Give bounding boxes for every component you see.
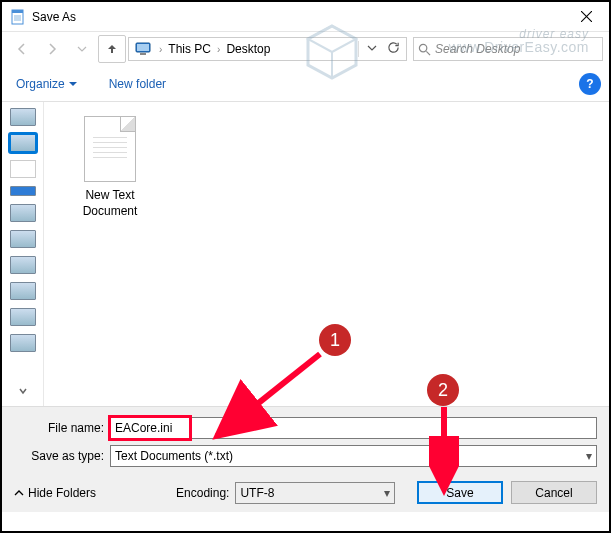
file-label: New Text Document xyxy=(70,188,150,219)
new-folder-button[interactable]: New folder xyxy=(103,73,172,95)
cancel-button[interactable]: Cancel xyxy=(511,481,597,504)
breadcrumb-this-pc[interactable]: This PC xyxy=(166,42,213,56)
annotation-step-1: 1 xyxy=(319,324,351,356)
up-button[interactable] xyxy=(98,35,126,63)
svg-point-10 xyxy=(419,44,426,51)
toolbar: Organize New folder ? xyxy=(2,66,609,102)
tree-item[interactable] xyxy=(10,160,36,178)
annotation-arrow-1 xyxy=(202,342,342,452)
svg-line-12 xyxy=(217,354,320,436)
window-title: Save As xyxy=(32,10,76,24)
savetype-label: Save as type: xyxy=(14,449,110,463)
tree-item[interactable] xyxy=(10,108,36,126)
tree-item[interactable] xyxy=(10,282,36,300)
tree-item-selected[interactable] xyxy=(10,134,36,152)
encoding-label: Encoding: xyxy=(176,486,229,500)
svg-rect-9 xyxy=(140,53,146,55)
annotation-step-2: 2 xyxy=(427,374,459,406)
title-bar: Save As xyxy=(2,2,609,32)
file-item[interactable]: New Text Document xyxy=(70,116,150,219)
svg-rect-8 xyxy=(137,44,149,51)
search-icon xyxy=(418,43,431,56)
tree-item[interactable] xyxy=(10,334,36,352)
tree-item[interactable] xyxy=(10,308,36,326)
organize-menu[interactable]: Organize xyxy=(10,73,83,95)
tree-item[interactable] xyxy=(10,256,36,274)
chevron-right-icon: › xyxy=(217,44,220,55)
close-button[interactable] xyxy=(564,2,609,32)
svg-rect-1 xyxy=(12,10,23,13)
tree-item[interactable] xyxy=(10,186,36,196)
nav-bar: › This PC › Desktop Search Desktop xyxy=(2,32,609,66)
tree-item[interactable] xyxy=(10,204,36,222)
filename-input[interactable] xyxy=(110,417,597,439)
chevron-up-icon xyxy=(14,488,24,498)
tree-item[interactable] xyxy=(10,230,36,248)
svg-line-11 xyxy=(426,51,430,55)
help-button[interactable]: ? xyxy=(579,73,601,95)
text-file-icon xyxy=(84,116,136,182)
back-button[interactable] xyxy=(8,35,36,63)
search-input[interactable]: Search Desktop xyxy=(413,37,603,61)
encoding-select[interactable]: UTF-8 ▾ xyxy=(235,482,395,504)
hide-folders-toggle[interactable]: Hide Folders xyxy=(14,486,96,500)
chevron-down-icon xyxy=(69,80,77,88)
search-placeholder: Search Desktop xyxy=(435,42,520,56)
chevron-down-icon: ▾ xyxy=(586,449,592,463)
notepad-icon xyxy=(10,9,26,25)
annotation-arrow-2 xyxy=(429,402,459,502)
chevron-right-icon: › xyxy=(159,44,162,55)
address-bar[interactable]: › This PC › Desktop xyxy=(128,37,407,61)
refresh-icon[interactable] xyxy=(383,41,404,57)
filename-label: File name: xyxy=(14,421,110,435)
this-pc-icon xyxy=(135,41,151,57)
forward-button[interactable] xyxy=(38,35,66,63)
address-dropdown-icon[interactable] xyxy=(363,42,381,56)
breadcrumb-desktop[interactable]: Desktop xyxy=(224,42,272,56)
chevron-down-icon: ▾ xyxy=(384,486,390,500)
nav-tree[interactable] xyxy=(2,102,44,406)
recent-dropdown[interactable] xyxy=(68,35,96,63)
savetype-select[interactable]: Text Documents (*.txt) ▾ xyxy=(110,445,597,467)
tree-expand-icon[interactable] xyxy=(17,385,29,400)
